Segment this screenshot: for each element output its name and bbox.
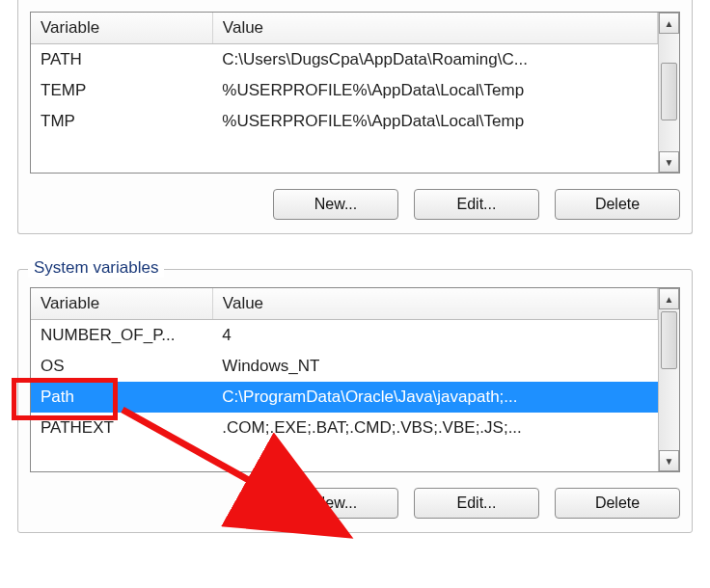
new-button[interactable]: New...: [273, 488, 398, 519]
table-row[interactable]: PATHEXT .COM;.EXE;.BAT;.CMD;.VBS;.VBE;.J…: [31, 413, 658, 443]
cell-value: %USERPROFILE%\AppData\Local\Temp: [212, 106, 657, 137]
scroll-up-icon[interactable]: ▲: [659, 13, 679, 34]
scrollbar-track[interactable]: [659, 309, 679, 450]
new-button[interactable]: New...: [273, 189, 398, 220]
scroll-down-icon[interactable]: ▼: [659, 151, 679, 173]
cell-variable: NUMBER_OF_P...: [31, 320, 212, 352]
cell-variable: TEMP: [31, 75, 212, 106]
scrollbar-thumb[interactable]: [661, 311, 677, 369]
cell-value: Windows_NT: [212, 351, 657, 382]
table-row[interactable]: NUMBER_OF_P... 4: [31, 320, 658, 352]
delete-button[interactable]: Delete: [555, 189, 680, 220]
cell-value: 4: [212, 320, 657, 352]
column-header-value[interactable]: Value: [212, 288, 657, 320]
delete-button[interactable]: Delete: [555, 488, 680, 519]
column-header-value[interactable]: Value: [212, 13, 657, 44]
user-variables-panel: Variable Value PATH C:\Users\DugsCpa\App…: [17, 0, 693, 234]
scroll-up-icon[interactable]: ▲: [659, 288, 679, 309]
column-header-variable[interactable]: Variable: [31, 13, 212, 44]
table-row-selected[interactable]: Path C:\ProgramData\Oracle\Java\javapath…: [31, 382, 658, 413]
group-label: System variables: [28, 258, 164, 278]
table-row[interactable]: TEMP %USERPROFILE%\AppData\Local\Temp: [31, 75, 658, 106]
scrollbar-track[interactable]: [659, 34, 679, 151]
table-row[interactable]: TMP %USERPROFILE%\AppData\Local\Temp: [31, 106, 658, 137]
scrollbar-thumb[interactable]: [661, 63, 677, 120]
cell-variable: TMP: [31, 106, 212, 137]
user-variables-table[interactable]: Variable Value PATH C:\Users\DugsCpa\App…: [30, 12, 680, 174]
scroll-down-icon[interactable]: ▼: [659, 450, 679, 471]
system-variables-panel: System variables Variable Value NUMBER_O…: [17, 269, 693, 533]
scrollbar[interactable]: ▲ ▼: [658, 13, 679, 173]
system-variables-table[interactable]: Variable Value NUMBER_OF_P... 4 OS Windo…: [30, 287, 680, 472]
cell-variable: OS: [31, 351, 212, 382]
edit-button[interactable]: Edit...: [414, 189, 539, 220]
table-row[interactable]: OS Windows_NT: [31, 351, 658, 382]
edit-button[interactable]: Edit...: [414, 488, 539, 519]
scrollbar[interactable]: ▲ ▼: [658, 288, 679, 471]
cell-variable: Path: [31, 382, 212, 413]
cell-variable: PATHEXT: [31, 413, 212, 443]
cell-value: C:\ProgramData\Oracle\Java\javapath;...: [212, 382, 657, 413]
cell-value: .COM;.EXE;.BAT;.CMD;.VBS;.VBE;.JS;...: [212, 413, 657, 443]
cell-value: C:\Users\DugsCpa\AppData\Roaming\C...: [212, 44, 657, 76]
table-row[interactable]: PATH C:\Users\DugsCpa\AppData\Roaming\C.…: [31, 44, 658, 76]
column-header-variable[interactable]: Variable: [31, 288, 212, 320]
cell-variable: PATH: [31, 44, 212, 76]
cell-value: %USERPROFILE%\AppData\Local\Temp: [212, 75, 657, 106]
